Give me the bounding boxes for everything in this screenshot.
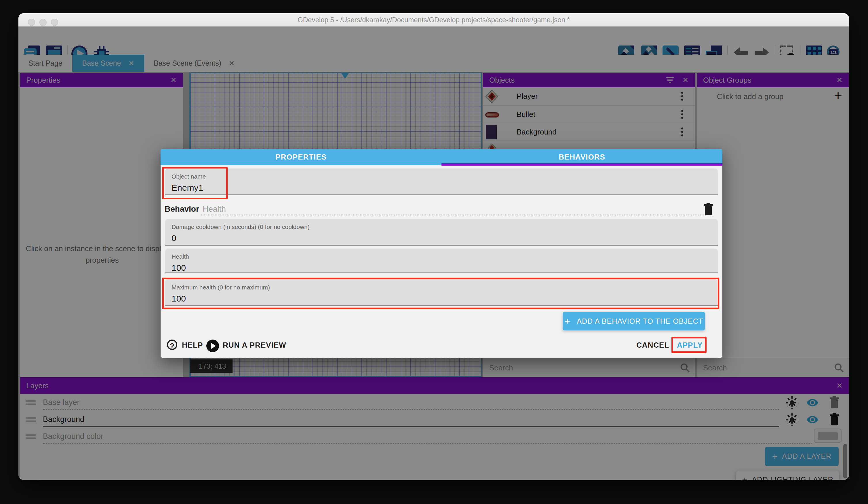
app-window: GDevelop 5 - /Users/dkarakay/Documents/G… (18, 13, 849, 480)
add-behavior-button[interactable]: + ADD A BEHAVIOR TO THE OBJECT (562, 312, 705, 330)
run-preview-button[interactable]: RUN A PREVIEW (223, 341, 286, 350)
plus-icon: + (565, 316, 570, 326)
maximum-health-field[interactable]: Maximum health (0 for no maximum) 100 (165, 279, 718, 306)
dialog-tabbar: PROPERTIES BEHAVIORS (161, 149, 722, 165)
cancel-button[interactable]: CANCEL (636, 341, 669, 350)
help-icon[interactable]: ? (167, 340, 177, 350)
behavior-name-underline (201, 214, 706, 215)
health-field[interactable]: Health 100 (165, 249, 718, 273)
object-name-value: Enemy1 (172, 183, 718, 193)
help-button[interactable]: HELP (182, 341, 203, 350)
window-title: GDevelop 5 - /Users/dkarakay/Documents/G… (18, 13, 849, 27)
damage-cooldown-field[interactable]: Damage cooldown (in seconds) (0 for no c… (165, 219, 718, 246)
behavior-name-input[interactable]: Health (203, 204, 226, 214)
apply-button[interactable]: APPLY (677, 341, 703, 350)
object-name-field[interactable]: Object name Enemy1 (165, 169, 718, 195)
behavior-label: Behavior (165, 204, 199, 214)
active-tab-indicator (442, 163, 722, 165)
delete-behavior-trash-icon[interactable] (703, 203, 713, 216)
dialog-tab-properties[interactable]: PROPERTIES (161, 149, 442, 165)
dialog-tab-behaviors[interactable]: BEHAVIORS (442, 149, 722, 165)
run-preview-icon[interactable] (206, 340, 219, 352)
object-editor-dialog: PROPERTIES BEHAVIORS Object name Enemy1 … (161, 149, 722, 358)
titlebar: GDevelop 5 - /Users/dkarakay/Documents/G… (18, 13, 849, 27)
object-name-label: Object name (172, 173, 718, 180)
